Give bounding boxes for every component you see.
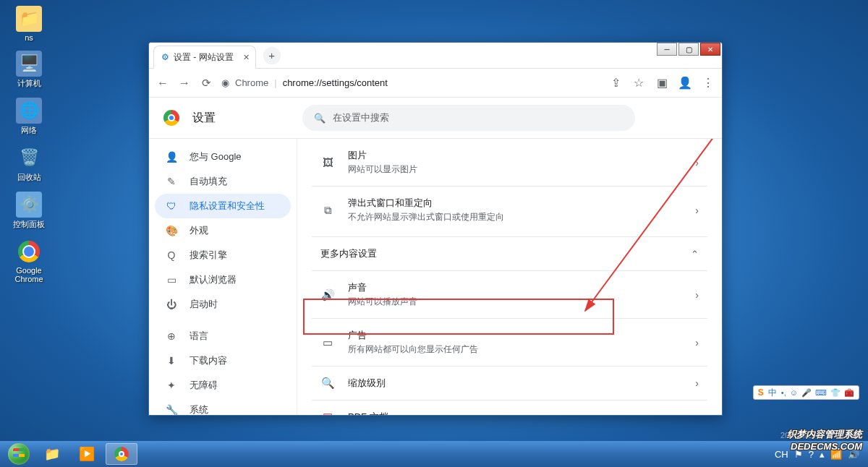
search-icon: Q [165, 249, 178, 261]
browser-tab[interactable]: ⚙ 设置 - 网站设置 ✕ [153, 46, 256, 69]
sidebar-item-label: 隐私设置和安全性 [190, 200, 265, 213]
computer-icon: 🖥️ [16, 51, 42, 77]
window-close-button[interactable]: ✕ [700, 43, 720, 56]
chevron-right-icon: › [695, 157, 699, 168]
watermark-text-top: 织梦内容管理系统 [787, 428, 862, 441]
start-button[interactable] [4, 441, 33, 467]
row-subtitle: 不允许网站显示弹出式窗口或使用重定向 [348, 211, 682, 223]
minimize-button[interactable]: ─ [657, 43, 677, 56]
chevron-right-icon: › [695, 289, 699, 301]
taskbar-item-chrome[interactable] [106, 443, 137, 465]
sidebar-item-label: 下载内容 [190, 354, 227, 367]
search-icon: 🔍 [314, 113, 326, 124]
chevron-right-icon: › [695, 411, 699, 415]
sogou-logo-icon: S [758, 387, 764, 398]
tray-lang[interactable]: CH [775, 449, 788, 460]
desktop-icon-label: 网络 [21, 125, 37, 136]
sidebar-item-autofill[interactable]: ✎自动填充 [155, 169, 291, 194]
desktop-icons: 📁ns 🖥️计算机 🌐网络 🗑️回收站 ⚙️控制面板 Google Chrome [7, 6, 51, 283]
setting-row-popups[interactable]: ⧉ 弹出式窗口和重定向不允许网站显示弹出式窗口或使用重定向 › [312, 187, 707, 234]
globe-icon: ⊕ [165, 330, 178, 342]
url-path: chrome://settings/content [283, 77, 388, 88]
wrench-icon: 🔧 [165, 404, 178, 415]
setting-row-ads[interactable]: ▭ 广告所有网站都可以向您显示任何广告 › [312, 319, 707, 366]
maximize-button[interactable]: ▢ [678, 43, 699, 56]
row-title: 图片 [348, 149, 682, 162]
ime-punct-icon[interactable]: •, [781, 388, 786, 398]
sound-icon: 🔊 [320, 288, 335, 301]
desktop-icon-ns[interactable]: 📁ns [7, 6, 51, 42]
browser-icon: ▭ [165, 274, 178, 286]
titlebar: ⚙ 设置 - 网站设置 ✕ + ─ ▢ ✕ [149, 43, 722, 69]
desktop-icon-network[interactable]: 🌐网络 [7, 98, 51, 136]
download-icon: ⬇ [165, 355, 178, 367]
zoom-icon: 🔍 [320, 377, 335, 390]
section-header-more[interactable]: 更多内容设置 ⌃ [312, 237, 707, 270]
desktop-icon-computer[interactable]: 🖥️计算机 [7, 51, 51, 89]
forward-button[interactable]: → [178, 77, 191, 90]
sidebar-item-you-and-google[interactable]: 👤您与 Google [155, 145, 291, 169]
new-tab-button[interactable]: + [263, 47, 281, 64]
setting-row-images[interactable]: 🖼 图片网站可以显示图片 › [312, 139, 707, 186]
chrome-window: ⚙ 设置 - 网站设置 ✕ + ─ ▢ ✕ ← → ⟳ ◉ Chrome | c… [148, 42, 723, 416]
row-title: 缩放级别 [348, 377, 682, 390]
row-subtitle: 网站可以显示图片 [348, 163, 682, 176]
sidebar-item-search-engine[interactable]: Q搜索引擎 [155, 243, 291, 267]
popup-icon: ⧉ [320, 204, 335, 217]
chrome-icon [114, 447, 129, 461]
ime-skin-icon[interactable]: 👕 [830, 388, 841, 398]
sidebar-item-appearance[interactable]: 🎨外观 [155, 218, 291, 243]
sidebar-item-default-browser[interactable]: ▭默认浏览器 [155, 267, 291, 292]
control-panel-icon: ⚙️ [16, 192, 42, 218]
desktop-icon-control-panel[interactable]: ⚙️控制面板 [7, 192, 51, 230]
image-icon: 🖼 [320, 156, 335, 168]
taskbar-item-explorer[interactable]: 📁 [36, 443, 68, 465]
tab-close-icon[interactable]: ✕ [243, 53, 250, 62]
watermark-text-bottom: DEDECMS.COM [791, 441, 862, 452]
sidebar-item-downloads[interactable]: ⬇下载内容 [155, 348, 291, 373]
sidebar-item-label: 无障碍 [190, 379, 218, 392]
sidebar-item-accessibility[interactable]: ✦无障碍 [155, 373, 291, 398]
setting-row-zoom[interactable]: 🔍 缩放级别 › [312, 367, 707, 400]
share-icon[interactable]: ⇪ [609, 77, 622, 90]
profile-icon[interactable]: 👤 [678, 77, 692, 90]
taskbar-item-media-player[interactable]: ▶️ [71, 443, 103, 465]
sidebar-item-languages[interactable]: ⊕语言 [155, 324, 291, 348]
recycle-bin-icon: 🗑️ [16, 145, 42, 171]
autofill-icon: ✎ [165, 176, 178, 187]
sidebar-item-label: 默认浏览器 [190, 273, 237, 286]
menu-icon[interactable]: ⋮ [702, 77, 715, 90]
sidebar-item-privacy[interactable]: 🛡隐私设置和安全性 [155, 194, 291, 218]
desktop-icon-recycle-bin[interactable]: 🗑️回收站 [7, 145, 51, 183]
ime-toolbar[interactable]: S 中 •, ☺ 🎤 ⌨ 👕 🧰 [753, 385, 859, 400]
back-button[interactable]: ← [156, 77, 169, 90]
ime-toolbox-icon[interactable]: 🧰 [844, 388, 854, 398]
ime-smiley-icon[interactable]: ☺ [790, 388, 798, 398]
ime-keyboard-icon[interactable]: ⌨ [815, 388, 827, 398]
url-bar[interactable]: ◉ Chrome | chrome://settings/content [221, 77, 600, 88]
section-title: 更多内容设置 [320, 247, 377, 260]
desktop-icon-label: 控制面板 [13, 219, 45, 230]
sidebar-item-system[interactable]: 🔧系统 [155, 398, 291, 415]
desktop-icon-chrome[interactable]: Google Chrome [7, 239, 51, 283]
row-subtitle: 所有网站都可以向您显示任何广告 [348, 343, 682, 356]
ime-mic-icon[interactable]: 🎤 [801, 388, 812, 398]
sidebar-item-on-startup[interactable]: ⏻启动时 [155, 292, 291, 317]
omnibar: ← → ⟳ ◉ Chrome | chrome://settings/conte… [149, 69, 722, 98]
url-prefix: Chrome [235, 77, 268, 88]
setting-row-pdf[interactable]: ▤ PDF 文档 › [312, 400, 707, 415]
gear-icon: ⚙ [161, 52, 169, 62]
bookmark-icon[interactable]: ☆ [632, 77, 645, 90]
window-controls: ─ ▢ ✕ [657, 43, 722, 56]
settings-body: 👤您与 Google ✎自动填充 🛡隐私设置和安全性 🎨外观 Q搜索引擎 ▭默认… [149, 138, 722, 415]
settings-page: 设置 🔍 在设置中搜索 👤您与 Google ✎自动填充 🛡隐私设置和安全性 🎨… [149, 98, 722, 415]
settings-title: 设置 [192, 111, 216, 126]
reload-button[interactable]: ⟳ [200, 77, 213, 90]
setting-row-sound[interactable]: 🔊 声音网站可以播放声音 › [312, 271, 707, 318]
power-icon: ⏻ [165, 299, 178, 310]
desktop-icon-label: 回收站 [17, 172, 41, 183]
settings-search[interactable]: 🔍 在设置中搜索 [302, 105, 635, 131]
desktop-icon-label: 计算机 [17, 78, 41, 89]
extensions-icon[interactable]: ▣ [655, 77, 668, 90]
sidebar-item-label: 您与 Google [190, 150, 242, 163]
